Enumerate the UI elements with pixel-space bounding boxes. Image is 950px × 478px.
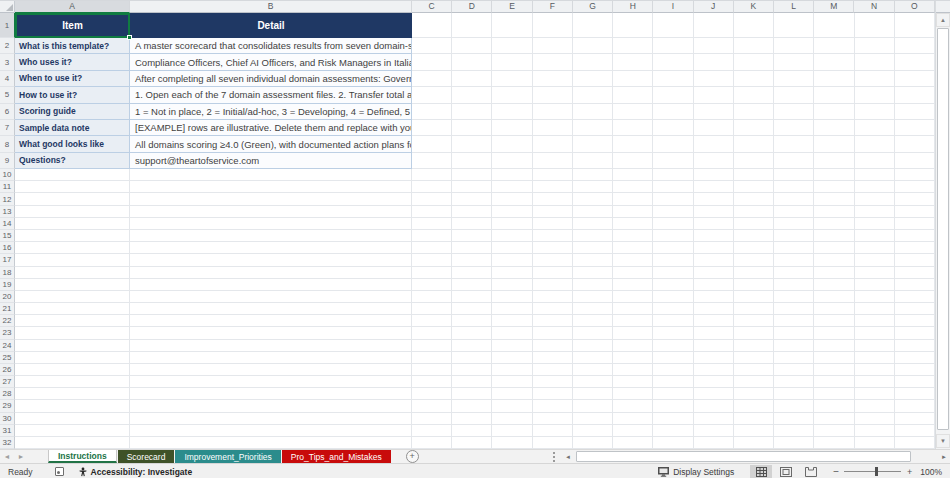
page-break-view-button[interactable] [800,465,822,478]
tab-scrollbar-splitter[interactable] [553,452,558,462]
display-settings-button[interactable]: Display Settings [658,467,734,477]
empty-cell[interactable] [15,303,130,315]
empty-cell[interactable] [15,206,130,218]
row-header-1[interactable]: 1 [0,13,15,38]
empty-cell[interactable] [130,267,412,279]
sheet-tab-Instructions[interactable]: Instructions [48,450,117,463]
empty-cells[interactable] [412,413,935,425]
new-sheet-button[interactable]: + [406,450,419,463]
next-sheet-button[interactable]: ► [14,450,28,463]
empty-cell[interactable] [130,413,412,425]
column-header-F[interactable]: F [533,1,573,13]
empty-cells[interactable] [412,437,935,449]
empty-cell[interactable] [15,388,130,400]
empty-cells[interactable] [412,352,935,364]
empty-cells[interactable] [412,425,935,437]
detail-cell[interactable]: 1 = Not in place, 2 = Initial/ad-hoc, 3 … [130,104,412,120]
empty-cell[interactable] [15,400,130,412]
cell-B1-detail-header[interactable]: Detail [130,13,412,38]
empty-cells[interactable] [412,376,935,388]
row-header-28[interactable]: 28 [0,388,15,400]
empty-cells[interactable] [412,193,935,205]
column-header-J[interactable]: J [694,1,734,13]
zoom-out-button[interactable]: − [833,466,839,477]
scroll-up-button[interactable]: ▲ [936,13,950,27]
empty-cell[interactable] [15,437,130,449]
accessibility-status[interactable]: Accessibility: Investigate [78,467,193,477]
empty-cells[interactable] [412,120,935,136]
empty-cell[interactable] [15,181,130,193]
empty-cell[interactable] [130,206,412,218]
empty-cells[interactable] [412,291,935,303]
detail-cell[interactable]: 1. Open each of the 7 domain assessment … [130,87,412,103]
empty-cell[interactable] [130,279,412,291]
row-header-22[interactable]: 22 [0,315,15,327]
row-header-23[interactable]: 23 [0,327,15,339]
scroll-down-button[interactable]: ▼ [936,434,950,448]
row-header-30[interactable]: 30 [0,413,15,425]
empty-cells[interactable] [412,242,935,254]
item-cell[interactable]: What good looks like [15,136,130,152]
empty-cells[interactable] [412,38,935,54]
empty-cells[interactable] [412,254,935,266]
empty-cell[interactable] [130,181,412,193]
row-header-15[interactable]: 15 [0,230,15,242]
empty-cell[interactable] [15,413,130,425]
zoom-slider-thumb[interactable] [875,467,878,476]
horizontal-scrollbar[interactable] [574,451,938,462]
zoom-in-button[interactable]: + [907,467,912,477]
empty-cell[interactable] [130,340,412,352]
empty-cells[interactable] [412,400,935,412]
row-header-4[interactable]: 4 [0,71,15,87]
empty-cell[interactable] [15,352,130,364]
empty-cells[interactable] [412,104,935,120]
scroll-left-button[interactable]: ◄ [562,450,574,463]
item-cell[interactable]: Who uses it? [15,54,130,70]
item-cell[interactable]: Questions? [15,153,130,169]
fill-handle[interactable] [127,35,132,40]
empty-cell[interactable] [130,230,412,242]
row-header-8[interactable]: 8 [0,136,15,152]
row-header-21[interactable]: 21 [0,303,15,315]
empty-cell[interactable] [130,388,412,400]
item-cell[interactable]: When to use it? [15,71,130,87]
column-header-G[interactable]: G [573,1,613,13]
sheet-tab-Improvement_Priorities[interactable]: Improvement_Priorities [175,450,280,463]
item-cell[interactable]: How to use it? [15,87,130,103]
empty-cell[interactable] [130,291,412,303]
empty-cell[interactable] [15,364,130,376]
detail-cell[interactable]: All domains scoring ≥4.0 (Green), with d… [130,136,412,152]
empty-cell[interactable] [15,279,130,291]
column-header-L[interactable]: L [774,1,814,13]
empty-cell[interactable] [130,437,412,449]
row-header-29[interactable]: 29 [0,400,15,412]
empty-cells[interactable] [412,71,935,87]
item-cell[interactable]: Sample data note [15,120,130,136]
empty-cells[interactable] [412,153,935,169]
empty-cell[interactable] [130,425,412,437]
normal-view-button[interactable] [750,465,772,478]
empty-cells[interactable] [412,54,935,70]
empty-cell[interactable] [15,267,130,279]
row-header-3[interactable]: 3 [0,54,15,70]
row-header-32[interactable]: 32 [0,437,15,449]
row-header-18[interactable]: 18 [0,267,15,279]
row-header-7[interactable]: 7 [0,120,15,136]
row-header-31[interactable]: 31 [0,425,15,437]
page-layout-view-button[interactable] [775,465,797,478]
row-header-2[interactable]: 2 [0,38,15,54]
empty-cell[interactable] [15,230,130,242]
empty-cells[interactable] [412,267,935,279]
empty-cells[interactable] [412,230,935,242]
scroll-right-button[interactable]: ► [938,450,950,463]
row-header-12[interactable]: 12 [0,193,15,205]
empty-cell[interactable] [130,193,412,205]
detail-cell[interactable]: support@theartofservice.com [130,153,412,169]
row-header-14[interactable]: 14 [0,218,15,230]
item-cell[interactable]: What is this template? [15,38,130,54]
empty-cell[interactable] [130,364,412,376]
row-header-6[interactable]: 6 [0,104,15,120]
empty-cell[interactable] [15,315,130,327]
empty-cells[interactable] [412,169,935,181]
empty-cells[interactable] [412,388,935,400]
